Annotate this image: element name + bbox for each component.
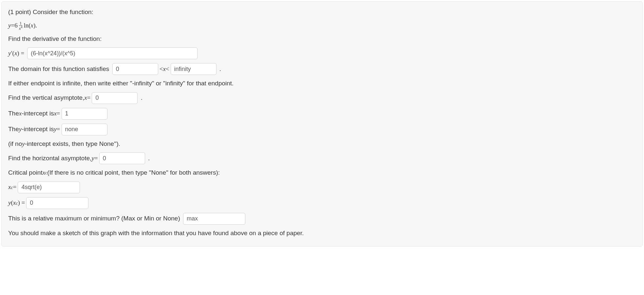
va-var: x [84,93,87,103]
yi-note1: (if no [8,139,22,149]
fraction-denominator: x4 [18,26,23,30]
max-min-text: This is a relative maximum or minimum? (… [8,214,180,223]
domain-upper-input[interactable] [171,63,217,75]
xi-var: x [19,109,22,118]
find-derivative-text: Find the derivative of the function: [8,34,636,44]
yi-var2: y [54,125,56,134]
critical-point-intro: Critical point xc (If there is no critic… [8,168,636,178]
xc-row: xc = [8,182,636,193]
domain-instruction: If either endpoint is infinite, then wri… [8,79,636,88]
y-intercept-row: The y -intercept is y = [8,124,636,135]
yxc-y: y [8,198,11,208]
xi-text2: -intercept is [22,109,54,118]
xc-eq: = [13,182,17,192]
domain-period: . [219,64,221,74]
max-min-row: This is a relative maximum or minimum? (… [8,213,636,225]
derivative-row: y′(x) = [8,47,636,59]
horizontal-asymptote-row: Find the horizontal asymptote, y = . [8,152,636,164]
xi-text1: The [8,109,19,118]
ha-period: . [148,154,150,163]
xi-var2: x [54,109,56,118]
coefficient: 6 [14,21,18,30]
vertical-asymptote-row: Find the vertical asymptote, x = . [8,92,636,104]
function-y: y [8,21,11,30]
max-min-input[interactable] [183,213,245,225]
yxc-close: ) = [18,198,25,208]
cp-xc: x [43,168,45,178]
va-period: . [141,93,142,103]
equals-sign: = [11,21,14,30]
ha-var: y [92,154,94,163]
function-definition: y = 6 1 x4 ln(x). [8,21,636,30]
problem-intro: (1 point) Consider the function: [8,8,636,17]
vertical-asymptote-input[interactable] [92,92,138,104]
yi-eq: = [57,125,60,134]
yxc-x: x [13,198,16,208]
x-intercept-row: The x -intercept is x = [8,108,636,120]
y-intercept-note: (if no y -intercept exists, then type No… [8,139,636,149]
problem-points-text: (1 point) Consider the function: [8,8,93,17]
lt1: < [160,64,163,74]
domain-row: The domain for this function satisfies <… [8,63,636,75]
domain-lower-input[interactable] [112,63,158,75]
ln-open: ln( [24,21,30,30]
ha-text: Find the horizontal asymptote, [8,154,92,163]
yi-note2: -intercept exists, then type None''). [25,139,120,149]
cp-text2: (If there is no critical point, then typ… [47,168,220,178]
domain-x: x [163,64,165,74]
xi-eq: = [57,109,60,118]
cp-text1: Critical point [8,168,43,178]
ln-close: ). [33,21,37,30]
yi-var: y [19,125,22,134]
ln-arg: x [31,21,33,30]
fraction: 1 x4 [18,21,23,30]
yi-text2: -intercept is [22,125,54,134]
x-intercept-input[interactable] [62,108,107,120]
problem-container: (1 point) Consider the function: y = 6 1… [1,1,643,247]
lt2: < [166,64,169,74]
horizontal-asymptote-input[interactable] [99,152,145,164]
derivative-y: y [8,49,11,58]
derivative-input[interactable] [27,47,198,59]
domain-text: The domain for this function satisfies [8,64,109,74]
xc-label: x [8,182,11,192]
yi-text1: The [8,125,19,134]
va-eq: = [87,93,91,103]
ha-eq: = [94,154,98,163]
y-intercept-input[interactable] [62,124,107,135]
yi-note-var: y [22,139,25,149]
yxc-input[interactable] [26,197,88,209]
yxc-row: y(xc) = [8,197,636,209]
footer-text: You should make a sketch of this graph w… [8,229,636,238]
va-text: Find the vertical asymptote, [8,93,84,103]
xc-input[interactable] [18,182,80,193]
